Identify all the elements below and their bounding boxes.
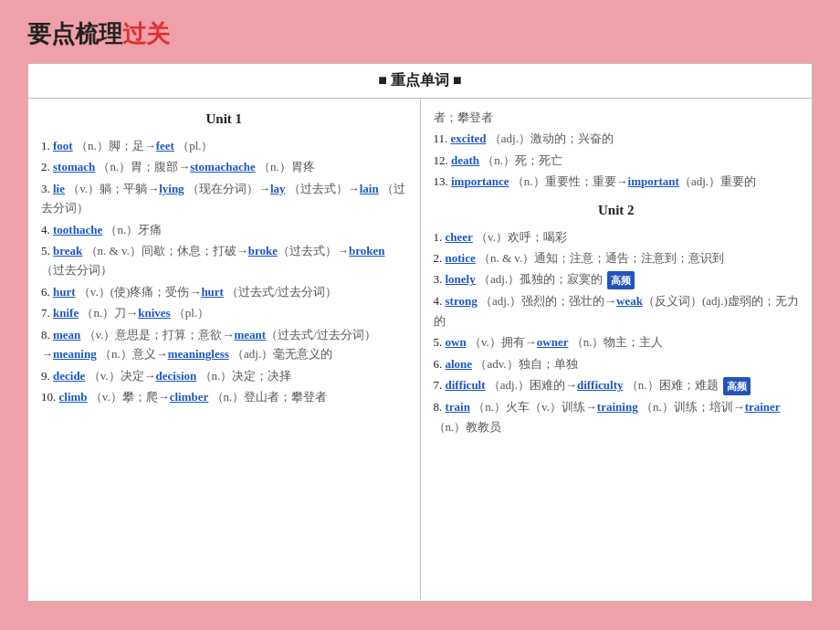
entry-u2-4: 4. strong （adj.）强烈的；强壮的→weak（反义词）(adj.)虚…: [434, 291, 800, 331]
word-important: important: [628, 174, 679, 188]
word-training: training: [597, 400, 638, 414]
word-difficult: difficult: [446, 378, 486, 392]
unit1-title: Unit 1: [41, 108, 407, 131]
entry-10: 10. climb （v.）攀；爬→climber （n.）登山者；攀登者: [41, 387, 407, 406]
page-container: 要点梳理过关 ■ 重点单词 ■ Unit 1 1. foot （n.）脚；足→f…: [0, 0, 840, 630]
word-meaningless: meaningless: [168, 347, 229, 361]
entry-u2-1: 1. cheer （v.）欢呼；喝彩: [434, 227, 800, 247]
entry-r11: 者；攀登者: [434, 108, 800, 127]
word-excited: excited: [451, 131, 487, 145]
word-owner: owner: [537, 335, 569, 349]
word-meant: meant: [235, 328, 267, 341]
word-climb: climb: [59, 390, 88, 404]
word-feet: feet: [156, 139, 174, 152]
word-broke: broke: [248, 244, 278, 257]
word-trainer: trainer: [745, 400, 781, 414]
word-mean: mean: [53, 328, 80, 341]
entry-6: 6. hurt （v.）(使)疼痛；受伤→hurt （过去式/过去分词）: [41, 282, 407, 301]
word-lain: lain: [360, 182, 379, 195]
entry-u2-7: 7. difficult （adj.）困难的→difficulty （n.）困难…: [434, 375, 800, 395]
word-hurt: hurt: [53, 285, 76, 299]
word-difficulty: difficulty: [577, 378, 624, 392]
word-meaning: meaning: [53, 347, 97, 361]
page-title: 要点梳理过关: [27, 18, 813, 50]
word-knives: knives: [138, 306, 170, 320]
entry-2: 2. stomach （n.）胃；腹部→stomachache （n.）胃疼: [41, 157, 407, 176]
right-column: 者；攀登者 11. excited （adj.）激动的；兴奋的 12. deat…: [421, 99, 813, 599]
word-foot: foot: [53, 139, 73, 152]
entry-9: 9. decide （v.）决定→decision （n.）决定；决择: [41, 366, 407, 385]
word-stomach: stomach: [53, 160, 95, 173]
entry-3: 3. lie （v.）躺；平躺→lying （现在分词）→lay （过去式）→l…: [41, 179, 407, 218]
unit2-title: Unit 2: [434, 199, 800, 222]
word-decision: decision: [156, 369, 197, 383]
word-stomachache: stomachache: [190, 160, 256, 173]
word-own: own: [446, 335, 467, 349]
word-weak: weak: [616, 294, 643, 308]
entry-1: 1. foot （n.）脚；足→feet （pl.）: [41, 136, 407, 155]
word-hurt2: hurt: [201, 285, 224, 299]
word-lying: lying: [159, 182, 184, 195]
section-header-text: ■ 重点单词 ■: [378, 72, 461, 88]
section-header: ■ 重点单词 ■: [28, 64, 812, 99]
word-knife: knife: [53, 306, 79, 320]
left-column: Unit 1 1. foot （n.）脚；足→feet （pl.） 2. sto…: [28, 99, 421, 599]
entry-4: 4. toothache （n.）牙痛: [41, 220, 407, 239]
word-broken: broken: [349, 244, 385, 257]
word-alone: alone: [446, 357, 473, 371]
entry-u2-5: 5. own （v.）拥有→owner （n.）物主；主人: [434, 332, 800, 352]
word-lonely: lonely: [446, 272, 476, 286]
word-importance: importance: [451, 174, 509, 188]
entry-u2-3: 3. lonely （adj.）孤独的；寂寞的 高频: [434, 269, 800, 289]
word-cheer: cheer: [446, 230, 473, 244]
word-toothache: toothache: [53, 223, 102, 236]
entry-u2-8: 8. train （n.）火车（v.）训练→training （n.）训练；培训…: [434, 397, 800, 436]
entry-r13: 13. importance （n.）重要性；重要→important（adj.…: [434, 172, 800, 191]
word-death: death: [451, 153, 479, 167]
word-strong: strong: [446, 294, 478, 308]
word-notice: notice: [446, 251, 476, 265]
entry-r12: 12. death （n.）死；死亡: [434, 151, 800, 170]
word-decide: decide: [53, 369, 85, 383]
high-freq-badge-lonely: 高频: [607, 271, 635, 289]
word-break: break: [53, 244, 82, 257]
entry-r11b: 11. excited （adj.）激动的；兴奋的: [434, 129, 800, 148]
word-climber: climber: [170, 390, 209, 404]
word-lie: lie: [53, 182, 65, 195]
title-highlight: 过关: [122, 21, 170, 47]
entry-u2-6: 6. alone （adv.）独自；单独: [434, 354, 800, 373]
entry-u2-2: 2. notice （n. & v.）通知；注意；通告；注意到；意识到: [434, 248, 800, 268]
high-freq-badge-difficult: 高频: [723, 377, 751, 395]
word-train: train: [446, 400, 470, 414]
word-lay: lay: [270, 182, 286, 195]
title-text: 要点梳理: [27, 21, 122, 47]
columns: Unit 1 1. foot （n.）脚；足→feet （pl.） 2. sto…: [28, 99, 812, 599]
entry-8: 8. mean （v.）意思是；打算；意欲→meant（过去式/过去分词）→me…: [41, 325, 407, 364]
main-box: ■ 重点单词 ■ Unit 1 1. foot （n.）脚；足→feet （pl…: [27, 63, 813, 602]
entry-5: 5. break （n. & v.）间歇；休息；打破→broke（过去式）→br…: [41, 241, 407, 280]
entry-7: 7. knife （n.）刀→knives （pl.）: [41, 303, 407, 322]
